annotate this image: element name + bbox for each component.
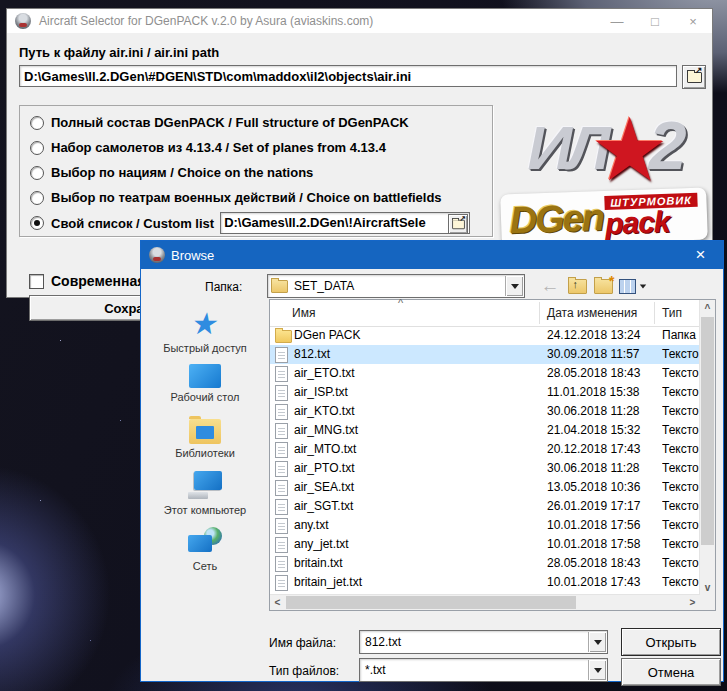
horizontal-scrollbar[interactable]: < > xyxy=(270,594,700,610)
file-row[interactable]: DGen PACK24.12.2018 13:24Папка xyxy=(270,326,700,345)
file-row[interactable]: 812.txt30.09.2018 11:57Тексто xyxy=(270,345,700,364)
custom-list-input[interactable]: D:\Games\Il.2.DGen\!AircraftSele xyxy=(220,212,470,234)
radio-icon-selected[interactable] xyxy=(30,216,44,230)
scroll-up-icon[interactable]: ^ xyxy=(700,300,715,316)
back-icon[interactable]: ← xyxy=(537,274,563,298)
radio-set-4134[interactable]: Набор самолетов из 4.13.4 / Set of plane… xyxy=(30,140,386,155)
sidebar-item-libraries[interactable]: Библиотеки xyxy=(141,419,269,459)
file-name: air_PTO.txt xyxy=(294,459,354,478)
file-date: 28.05.2018 18:43 xyxy=(547,364,640,383)
maximize-button[interactable]: □ xyxy=(636,9,674,33)
file-date: 30.06.2018 11:28 xyxy=(547,402,640,421)
dialog-close-button[interactable]: × xyxy=(678,241,723,269)
file-date: 10.01.2018 17:56 xyxy=(547,516,640,535)
folder-combobox[interactable]: SET_DATA xyxy=(267,274,525,298)
vertical-scroll-thumb[interactable] xyxy=(701,317,714,545)
file-row[interactable]: air_ETO.txt28.05.2018 18:43Тексто xyxy=(270,364,700,383)
cancel-button[interactable]: Отмена xyxy=(621,658,721,686)
file-row[interactable]: air_SGT.txt26.01.2019 17:17Тексто xyxy=(270,497,700,516)
browse-path-button[interactable] xyxy=(682,65,706,89)
sidebar-item-quick-access[interactable]: ★ Быстрый доступ xyxy=(141,309,269,354)
text-file-icon xyxy=(275,442,288,458)
logo-dgen-text: DGen xyxy=(509,196,604,242)
text-file-icon xyxy=(275,537,288,553)
app-icon xyxy=(15,13,31,29)
open-folder-icon xyxy=(452,219,465,228)
file-row[interactable]: air_MNG.txt21.04.2018 15:32Тексто xyxy=(270,421,700,440)
new-folder-icon[interactable] xyxy=(591,274,615,298)
text-file-icon xyxy=(275,423,288,439)
file-date: 30.09.2018 11:57 xyxy=(547,345,640,364)
radio-nations[interactable]: Выбор по нациям / Choice on the nations xyxy=(30,165,313,180)
radio-custom-list[interactable]: Свой список / Custom list D:\Games\Il.2.… xyxy=(30,212,470,234)
file-date: 26.01.2019 17:17 xyxy=(547,497,640,516)
sidebar-item-network[interactable]: Сеть xyxy=(141,527,269,572)
scroll-right-icon[interactable]: > xyxy=(685,595,700,610)
scroll-down-icon[interactable]: v xyxy=(700,579,715,595)
views-menu-icon[interactable] xyxy=(617,274,649,298)
file-type: Тексто xyxy=(662,364,700,383)
file-date: 21.04.2018 15:32 xyxy=(547,421,640,440)
logo-star-icon: ★ xyxy=(595,115,665,185)
dialog-app-icon xyxy=(149,247,165,263)
folder-label: Папка: xyxy=(205,280,242,294)
radio-battlefields[interactable]: Выбор по театрам военных действий / Choi… xyxy=(30,190,442,205)
up-folder-icon[interactable] xyxy=(565,274,589,298)
dialog-title-bar[interactable]: Browse xyxy=(141,241,723,269)
file-row[interactable]: air_SEA.txt13.05.2018 10:36Тексто xyxy=(270,478,700,497)
folder-icon xyxy=(275,330,292,343)
file-type: Тексто xyxy=(662,345,700,364)
folder-icon xyxy=(271,280,288,293)
logo-pack-text: pack xyxy=(605,208,670,238)
vertical-scrollbar[interactable]: ^ v xyxy=(699,300,715,595)
radio-icon[interactable] xyxy=(30,141,44,155)
text-file-icon xyxy=(275,366,288,382)
text-file-icon xyxy=(275,499,288,515)
file-row[interactable]: any.txt10.01.2018 17:56Тексто xyxy=(270,516,700,535)
folder-dropdown-button[interactable] xyxy=(505,276,523,296)
radio-icon[interactable] xyxy=(30,191,44,205)
file-row[interactable]: air_MTO.txt20.12.2018 17:43Тексто xyxy=(270,440,700,459)
file-name: any.txt xyxy=(294,516,328,535)
browse-custom-list-button[interactable] xyxy=(448,214,468,234)
file-date: 11.01.2018 15:38 xyxy=(547,383,640,402)
sidebar-item-desktop[interactable]: Рабочий стол xyxy=(141,364,269,403)
scroll-left-icon[interactable]: < xyxy=(270,595,285,610)
file-row[interactable]: britain_jet.txt10.01.2018 17:43Тексто xyxy=(270,573,700,592)
file-row[interactable]: air_KTO.txt30.06.2018 11:28Тексто xyxy=(270,402,700,421)
column-header-name[interactable]: Имя xyxy=(292,306,315,320)
file-date: 20.12.2018 17:43 xyxy=(547,440,640,459)
modern-aviation-checkbox[interactable]: Современная xyxy=(29,273,145,289)
radio-full-structure[interactable]: Полный состав DGenPACK / Full structure … xyxy=(30,115,409,130)
sidebar-item-this-pc[interactable]: Этот компьютер xyxy=(141,471,269,516)
file-type: Тексто xyxy=(662,421,700,440)
air-ini-path-input[interactable]: D:\Games\Il.2.DGen\#DGEN\STD\com\maddox\… xyxy=(19,65,677,87)
minimize-button[interactable]: — xyxy=(598,9,636,33)
radio-icon[interactable] xyxy=(30,116,44,130)
filetype-combobox[interactable]: *.txt xyxy=(359,658,608,682)
column-header-date[interactable]: Дата изменения xyxy=(547,306,637,320)
filename-dropdown-button[interactable] xyxy=(588,632,606,652)
horizontal-scroll-thumb[interactable] xyxy=(286,596,576,609)
file-row[interactable]: any_jet.txt10.01.2018 17:58Тексто xyxy=(270,535,700,554)
text-file-icon xyxy=(275,347,288,363)
file-name: britain_jet.txt xyxy=(294,573,362,592)
radio-icon[interactable] xyxy=(30,166,44,180)
checkbox-icon[interactable] xyxy=(29,274,44,289)
file-name: air_MNG.txt xyxy=(294,421,358,440)
stars-decoration xyxy=(0,0,1,1)
file-row[interactable]: britain.txt28.05.2018 18:43Тексто xyxy=(270,554,700,573)
open-button[interactable]: Открыть xyxy=(621,628,721,656)
file-row[interactable]: air_PTO.txt30.06.2018 11:28Тексто xyxy=(270,459,700,478)
file-row[interactable]: air_ISP.txt11.01.2018 15:38Тексто xyxy=(270,383,700,402)
close-button[interactable]: × xyxy=(674,9,712,33)
filetype-dropdown-button[interactable] xyxy=(588,660,606,680)
file-type: Тексто xyxy=(662,478,700,497)
column-header-type[interactable]: Тип xyxy=(662,306,682,320)
file-name: air_KTO.txt xyxy=(294,402,354,421)
file-name: air_SGT.txt xyxy=(294,497,353,516)
filename-combobox[interactable]: 812.txt xyxy=(359,630,608,654)
file-name: air_SEA.txt xyxy=(294,478,354,497)
file-date: 28.05.2018 18:43 xyxy=(547,554,640,573)
network-icon xyxy=(188,527,222,557)
